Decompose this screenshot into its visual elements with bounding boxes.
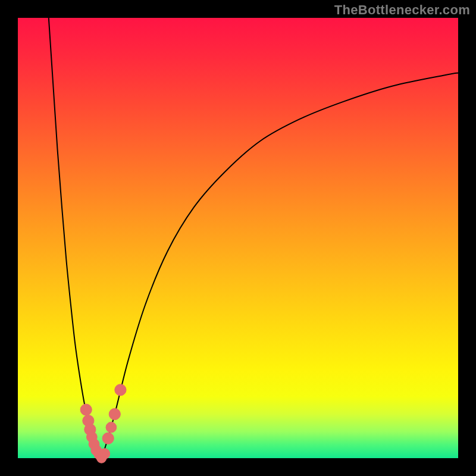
chart-svg [0, 0, 476, 476]
curve-left-branch [49, 18, 102, 458]
curve-right-branch [102, 73, 458, 459]
curve-layer [49, 18, 458, 458]
marker-dot [115, 384, 126, 396]
marker-dot [80, 404, 92, 415]
marker-dot [109, 408, 120, 419]
marker-dot [102, 433, 114, 444]
marker-dot [106, 422, 117, 433]
chart-stage: TheBottlenecker.com [0, 0, 476, 476]
marker-dot [99, 449, 110, 459]
watermark-label: TheBottlenecker.com [334, 2, 470, 18]
